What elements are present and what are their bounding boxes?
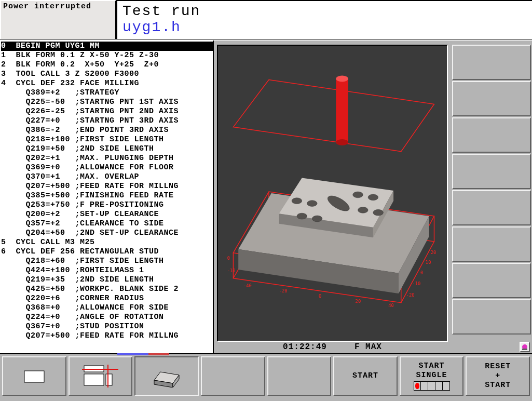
single-step-icon	[414, 381, 450, 391]
code-line[interactable]: Q425=+50 ;WORKPC. BLANK SIDE 2	[1, 285, 213, 294]
plan-view-icon	[21, 367, 47, 385]
svg-rect-22	[336, 79, 348, 143]
code-line[interactable]: Q224=+0 ;ANGLE OF ROTATION	[1, 313, 213, 322]
svg-text:20: 20	[431, 250, 436, 255]
simulation-viewport[interactable]: -40-20 020 40 -20-10 010 20 -100	[217, 45, 448, 342]
softkey-row-indicator	[117, 353, 169, 355]
code-line[interactable]: Q218=+60 ;FIRST SIDE LENGTH	[1, 257, 213, 266]
svg-text:0: 0	[420, 270, 423, 275]
nc-code-panel[interactable]: 0 BEGIN PGM UYG1 MM1 BLK FORM 0.1 Z X-50…	[0, 41, 214, 353]
feed-display: F MAX	[354, 342, 382, 352]
start-single-label: START SINGLE	[416, 362, 447, 380]
title-box: Test run uyg1.h	[116, 0, 532, 39]
code-line[interactable]: Q207=+500 ;FEED RATE FOR MILLNG	[1, 331, 213, 341]
code-line[interactable]: Q226=-25 ;STARTNG PNT 2ND AXIS	[1, 107, 213, 116]
softkey-b5[interactable]	[267, 356, 332, 396]
svg-point-14	[307, 200, 318, 207]
status-box: Power interrupted	[0, 0, 116, 39]
softkey-view-3d[interactable]	[134, 356, 199, 396]
code-line[interactable]: Q225=-50 ;STARTNG PNT 1ST AXIS	[1, 98, 213, 107]
softkey-r5[interactable]	[452, 190, 531, 225]
softkey-r8[interactable]	[452, 299, 531, 335]
code-line[interactable]: Q385=+500 ;FINISHING FEED RATE	[1, 191, 213, 200]
softkey-reset-start[interactable]: RESET + START	[466, 356, 530, 396]
code-line[interactable]: Q220=+6 ;CORNER RADIUS	[1, 294, 213, 303]
svg-rect-47	[522, 349, 527, 350]
code-line[interactable]: Q370=+1 ;MAX. OVERLAP	[1, 172, 213, 182]
code-line[interactable]: Q386=-2 ;END POINT 3RD AXIS	[1, 126, 213, 135]
svg-point-20	[373, 209, 384, 216]
code-line[interactable]: Q369=+0 ;ALLOWANCE FOR FLOOR	[1, 163, 213, 172]
svg-rect-37	[24, 371, 44, 382]
svg-text:-10: -10	[412, 281, 420, 286]
code-line[interactable]: 3 TOOL CALL 3 Z S2000 F3000	[1, 70, 213, 79]
svg-text:10: 10	[426, 260, 431, 265]
svg-text:40: 40	[388, 303, 394, 308]
svg-rect-38	[84, 374, 104, 385]
softkey-r7[interactable]	[452, 263, 531, 298]
svg-text:-40: -40	[243, 283, 252, 288]
three-plane-icon	[82, 365, 118, 387]
code-line[interactable]: Q204=+50 ;2ND SET-UP CLEARANCE	[1, 229, 213, 238]
code-line[interactable]: Q227=+0 ;STARTNG PNT 3RD AXIS	[1, 116, 213, 126]
svg-point-15	[353, 192, 363, 198]
modem-indicator-icon	[520, 342, 530, 352]
mode-label: Test run	[122, 3, 527, 19]
svg-text:-10: -10	[227, 268, 236, 273]
code-line[interactable]: 5 CYCL CALL M3 M25	[1, 238, 213, 247]
softkey-view-plan[interactable]	[2, 356, 66, 396]
code-line[interactable]: 6 CYCL DEF 256 RECTANGULAR STUD	[1, 247, 213, 257]
softkey-view-3plane[interactable]	[69, 356, 133, 396]
status-line: 01:22:49 F MAX	[214, 342, 451, 353]
svg-point-23	[336, 76, 348, 82]
svg-point-13	[292, 198, 302, 204]
code-line[interactable]: Q219=+50 ;2ND SIDE LENGTH	[1, 144, 213, 154]
svg-marker-6	[233, 79, 434, 151]
code-line[interactable]: 1 BLK FORM 0.1 Z X-50 Y-25 Z-30	[1, 51, 213, 60]
iso-view-icon	[150, 365, 183, 387]
svg-point-24	[336, 139, 348, 145]
svg-point-19	[358, 207, 369, 213]
code-line[interactable]: Q202=+1 ;MAX. PLUNGING DEPTH	[1, 154, 213, 163]
code-line[interactable]: Q253=+750 ;F PRE-POSITIONING	[1, 200, 213, 210]
file-label: uyg1.h	[122, 19, 527, 35]
bottom-softkey-row: START START SINGLE RESET + START	[0, 353, 532, 398]
code-line[interactable]: Q219=+35 ;2ND SIDE LENGTH	[1, 275, 213, 285]
softkey-r4[interactable]	[452, 154, 531, 189]
softkey-r2[interactable]	[452, 81, 531, 116]
workpiece-3d-icon: -40-20 020 40 -20-10 010 20 -100	[218, 46, 447, 341]
svg-text:-20: -20	[279, 288, 288, 293]
svg-point-16	[368, 194, 378, 200]
code-line[interactable]: 2 BLK FORM 0.2 X+50 Y+25 Z+0	[1, 60, 213, 70]
code-line[interactable]: Q200=+2 ;SET-UP CLEARANCE	[1, 210, 213, 219]
code-line[interactable]: Q368=+0 ;ALLOWANCE FOR SIDE	[1, 303, 213, 313]
code-line[interactable]: Q207=+500 ;FEED RATE FOR MILLNG	[1, 182, 213, 191]
code-line[interactable]: 0 BEGIN PGM UYG1 MM	[1, 42, 213, 51]
svg-rect-40	[106, 374, 112, 385]
svg-point-17	[297, 213, 307, 219]
right-softkey-column	[451, 41, 532, 353]
softkey-b4[interactable]	[201, 356, 265, 396]
svg-text:0: 0	[319, 293, 321, 299]
softkey-start-single[interactable]: START SINGLE	[400, 356, 464, 396]
svg-point-18	[312, 216, 322, 222]
softkey-start[interactable]: START	[333, 356, 398, 396]
svg-text:20: 20	[356, 299, 361, 304]
code-line[interactable]: Q389=+2 ;STRATEGY	[1, 88, 213, 98]
code-line[interactable]: Q367=+0 ;STUD POSITION	[1, 322, 213, 331]
code-line[interactable]: Q218=+100 ;FIRST SIDE LENGTH	[1, 135, 213, 144]
svg-text:-20: -20	[406, 292, 415, 298]
softkey-r3[interactable]	[452, 117, 531, 153]
svg-text:0: 0	[227, 256, 230, 261]
code-line[interactable]: Q357=+2 ;CLEARANCE TO SIDE	[1, 219, 213, 229]
code-line[interactable]: Q424=+100 ;ROHTEILMASS 1	[1, 266, 213, 275]
code-line[interactable]: 4 CYCL DEF 232 FACE MILLING	[1, 79, 213, 88]
softkey-r6[interactable]	[452, 226, 531, 262]
softkey-r1[interactable]	[452, 45, 531, 80]
elapsed-time: 01:22:49	[283, 342, 327, 352]
